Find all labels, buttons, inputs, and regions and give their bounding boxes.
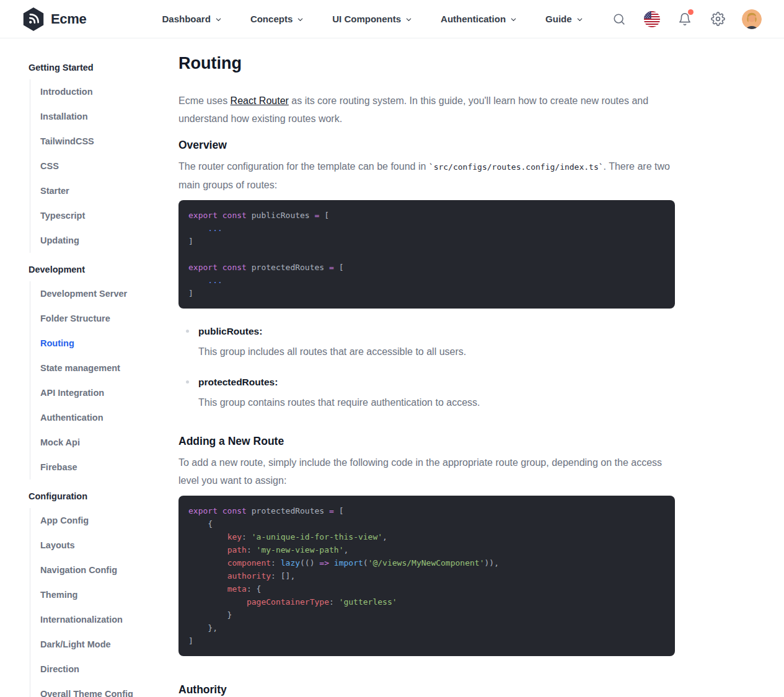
chevron-down-icon	[215, 16, 222, 23]
sidebar-item-state-management[interactable]: State management	[30, 356, 160, 380]
routes-config-path-code: `src/configs/routes.config/index.ts`	[429, 162, 604, 172]
sidebar-section-items: Development ServerFolder StructureRoutin…	[30, 281, 160, 480]
page-title: Routing	[178, 53, 675, 73]
sidebar-item-updating[interactable]: Updating	[30, 228, 160, 253]
sidebar-section-items: App ConfigLayoutsNavigation ConfigThemin…	[30, 508, 160, 697]
react-router-link[interactable]: React Router	[231, 95, 289, 106]
nav-item-label: Guide	[545, 14, 572, 24]
user-avatar[interactable]	[742, 9, 762, 29]
sidebar-item-overall-theme-config[interactable]: Overall Theme Config	[30, 682, 160, 697]
sidebar-section-development: Development	[29, 263, 160, 276]
header-actions	[610, 9, 762, 29]
new-route-code-block: export const protectedRoutes = [ { key: …	[178, 496, 675, 656]
chevron-down-icon	[510, 16, 517, 23]
sidebar-section-configuration: Configuration	[29, 489, 160, 503]
adding-route-heading: Adding a New Route	[178, 434, 675, 449]
sidebar-item-dark-light-mode[interactable]: Dark/Light Mode	[30, 632, 160, 657]
code-line: {	[188, 517, 665, 530]
code-line: }	[188, 608, 665, 621]
chevron-down-icon	[405, 16, 412, 23]
nav-item-label: Dashboard	[162, 14, 211, 24]
nav-item-label: UI Components	[332, 14, 401, 24]
sidebar-item-introduction[interactable]: Introduction	[30, 79, 160, 104]
main-nav: DashboardConceptsUI ComponentsAuthentica…	[162, 14, 583, 24]
sidebar-item-tailwindcss[interactable]: TailwindCSS	[30, 129, 160, 154]
code-line: ]	[188, 287, 665, 300]
code-line: meta: {	[188, 582, 665, 595]
code-line: authority: [],	[188, 569, 665, 582]
code-line: path: 'my-new-view-path',	[188, 543, 665, 556]
logo-text: Ecme	[51, 11, 87, 27]
doc-content: Routing Ecme uses React Router as its co…	[178, 38, 675, 697]
code-line: export const publicRoutes = [	[188, 209, 665, 222]
code-line: key: 'a-unique-id-for-this-view',	[188, 530, 665, 543]
nav-item-label: Authentication	[441, 14, 506, 24]
sidebar-item-css[interactable]: CSS	[30, 154, 160, 178]
sidebar-item-folder-structure[interactable]: Folder Structure	[30, 306, 160, 331]
code-line: component: lazy(() => import('@/views/My…	[188, 556, 665, 569]
sidebar-item-app-config[interactable]: App Config	[30, 508, 160, 533]
overview-paragraph: The router configuration for the templat…	[178, 157, 675, 194]
route-groups-list: publicRoutes:This group includes all rou…	[178, 325, 675, 411]
logo-hexagon-icon	[22, 7, 45, 32]
route-group-term: publicRoutes:	[198, 325, 675, 338]
docs-sidebar: Getting StartedIntroductionInstallationT…	[0, 38, 178, 697]
code-line: ]	[188, 634, 665, 647]
nav-item-dashboard[interactable]: Dashboard	[162, 14, 222, 24]
sidebar-item-api-integration[interactable]: API Integration	[30, 380, 160, 405]
code-line: export const protectedRoutes = [	[188, 261, 665, 274]
overview-text-pre: The router configuration for the templat…	[178, 161, 429, 172]
chevron-down-icon	[297, 16, 304, 23]
code-line: export const protectedRoutes = [	[188, 504, 665, 517]
sidebar-item-firebase[interactable]: Firebase	[30, 455, 160, 480]
code-line: },	[188, 621, 665, 634]
nav-item-authentication[interactable]: Authentication	[441, 14, 517, 24]
sidebar-item-layouts[interactable]: Layouts	[30, 533, 160, 558]
list-item: protectedRoutes:This group contains rout…	[178, 375, 675, 411]
sidebar-section-getting-started: Getting Started	[29, 61, 160, 74]
sidebar-item-theming[interactable]: Theming	[30, 582, 160, 607]
route-group-description: This group contains routes that require …	[198, 394, 675, 411]
nav-item-concepts[interactable]: Concepts	[250, 14, 304, 24]
adding-route-paragraph: To add a new route, simply include the f…	[178, 454, 675, 489]
us-flag-icon[interactable]	[643, 11, 661, 28]
bell-icon[interactable]	[676, 11, 694, 28]
route-groups-code-block: export const publicRoutes = [ ...] expor…	[178, 200, 675, 309]
sidebar-item-mock-api[interactable]: Mock Api	[30, 430, 160, 455]
code-line: ]	[188, 235, 665, 248]
code-line: ...	[188, 274, 665, 287]
sidebar-item-starter[interactable]: Starter	[30, 178, 160, 203]
top-header: Ecme DashboardConceptsUI ComponentsAuthe…	[0, 0, 784, 38]
sidebar-item-navigation-config[interactable]: Navigation Config	[30, 558, 160, 582]
code-line: ...	[188, 222, 665, 235]
code-line: pageContainerType: 'gutterless'	[188, 595, 665, 608]
intro-text-pre: Ecme uses	[178, 95, 231, 106]
code-line	[188, 248, 665, 261]
sidebar-item-development-server[interactable]: Development Server	[30, 281, 160, 306]
gear-icon[interactable]	[709, 11, 726, 28]
sidebar-item-internationalization[interactable]: Internationalization	[30, 607, 160, 632]
list-item: publicRoutes:This group includes all rou…	[178, 325, 675, 361]
nav-item-label: Concepts	[250, 14, 293, 24]
overview-heading: Overview	[178, 138, 675, 152]
search-icon[interactable]	[610, 11, 628, 28]
sidebar-section-items: IntroductionInstallationTailwindCSSCSSSt…	[30, 79, 160, 253]
route-group-description: This group includes all routes that are …	[198, 343, 675, 361]
notification-dot	[688, 9, 694, 15]
sidebar-item-direction[interactable]: Direction	[30, 657, 160, 682]
chevron-down-icon	[576, 16, 583, 23]
sidebar-item-authentication[interactable]: Authentication	[30, 405, 160, 430]
sidebar-item-typescript[interactable]: Typescript	[30, 203, 160, 228]
nav-item-ui-components[interactable]: UI Components	[332, 14, 412, 24]
sidebar-item-installation[interactable]: Installation	[30, 104, 160, 129]
intro-paragraph: Ecme uses React Router as its core routi…	[178, 92, 675, 128]
nav-item-guide[interactable]: Guide	[545, 14, 583, 24]
app-logo[interactable]: Ecme	[22, 7, 87, 32]
sidebar-item-routing[interactable]: Routing	[30, 331, 160, 356]
route-group-term: protectedRoutes:	[198, 375, 675, 389]
authority-heading: Authority	[178, 682, 675, 697]
